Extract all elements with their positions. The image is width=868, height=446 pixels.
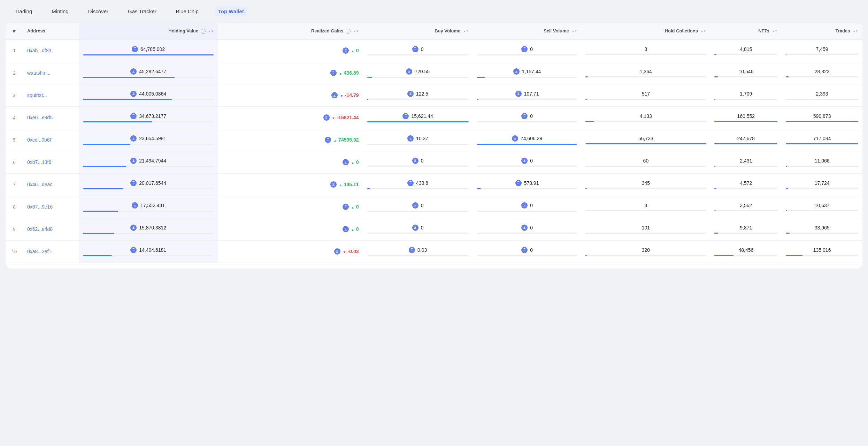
- eth-icon: Ξ: [330, 181, 337, 188]
- cell-hold-collections: 56,733: [581, 129, 710, 151]
- col-sell-volume[interactable]: Sell Volume ▲▼: [473, 23, 582, 39]
- holding-value-bar: [83, 54, 214, 55]
- trades-sort-icon[interactable]: ▲▼: [853, 30, 858, 33]
- nfts-bar-fill: [714, 188, 716, 189]
- cell-sell-volume: Ξ 0: [473, 196, 582, 218]
- hold-collections-bar-fill: [585, 255, 586, 256]
- nfts-amount: 2,431: [740, 158, 752, 164]
- cell-holding-value: Ξ 20,017.6544: [79, 173, 218, 196]
- col-realized-gains[interactable]: Realized Gains i ▲▼: [218, 23, 363, 39]
- eth-icon: Ξ: [521, 225, 528, 231]
- cell-address[interactable]: 0x67...9e16: [23, 196, 79, 218]
- sell-volume-bar-fill: [477, 77, 485, 78]
- eth-icon: Ξ: [402, 113, 409, 119]
- nav-item-minting[interactable]: Minting: [48, 6, 72, 16]
- cell-address[interactable]: watashin...: [23, 62, 79, 84]
- col-trades[interactable]: Trades ▲▼: [782, 23, 862, 39]
- cell-trades: 135,016: [782, 240, 862, 263]
- cell-trades: 717,084: [782, 129, 862, 151]
- table-row: 100xa8...2ef1 Ξ 14,404.6181 Ξ -0.03 Ξ 0.…: [6, 240, 862, 263]
- nav-item-blue-chip[interactable]: Blue Chip: [172, 6, 202, 16]
- cell-address[interactable]: 0xcd...0b6f: [23, 129, 79, 151]
- cell-address[interactable]: 0x46...deac: [23, 173, 79, 196]
- trades-amount: 11,066: [815, 158, 830, 164]
- eth-icon: Ξ: [325, 137, 331, 143]
- eth-icon: Ξ: [330, 70, 337, 76]
- buy-volume-bar: [367, 54, 469, 55]
- address-link[interactable]: 0xb7...13f6: [27, 159, 51, 165]
- holding-value-bar-fill: [83, 211, 118, 212]
- col-hold-collections[interactable]: Hold Colletions ▲▼: [581, 23, 710, 39]
- nav-item-trading[interactable]: Trading: [11, 6, 36, 16]
- cell-holding-value: Ξ 17,552.431: [79, 196, 218, 218]
- trades-bar-fill: [786, 233, 789, 234]
- eth-icon: Ξ: [331, 92, 338, 98]
- address-link[interactable]: 0xa8...2ef1: [27, 249, 51, 254]
- trades-amount: 717,084: [813, 136, 831, 141]
- address-link[interactable]: squirtst...: [27, 92, 47, 98]
- cell-hold-collections: 3: [581, 196, 710, 218]
- sell-volume-bar: [477, 233, 577, 234]
- cell-address[interactable]: 0xa8...2ef1: [23, 240, 79, 263]
- nfts-amount: 3,562: [740, 203, 752, 208]
- sell-volume-amount: 0: [530, 225, 533, 230]
- realized-gains-amount: 0: [356, 204, 359, 210]
- realized-gains-info-icon[interactable]: i: [346, 29, 351, 34]
- sell-volume-sort-icon[interactable]: ▲▼: [571, 30, 577, 33]
- nfts-bar: [714, 166, 777, 167]
- col-holding-value[interactable]: Holding Value i ▲▼: [79, 23, 218, 39]
- buy-volume-bar: [367, 144, 469, 145]
- buy-volume-amount: 0: [421, 203, 424, 208]
- hold-collections-bar: [585, 99, 706, 100]
- address-link[interactable]: 0xcd...0b6f: [27, 137, 51, 143]
- holding-value-bar-fill: [83, 54, 214, 55]
- realized-gains-amount: -0.03: [348, 249, 359, 254]
- arrow-up-icon: [351, 204, 355, 210]
- hold-collections-amount: 3: [644, 46, 647, 52]
- sell-volume-bar: [477, 166, 577, 167]
- hold-collections-bar-fill: [585, 76, 588, 77]
- holding-value-amount: 34,673.2177: [139, 113, 166, 119]
- sell-volume-bar: [477, 121, 577, 122]
- holding-value-info-icon[interactable]: i: [201, 29, 206, 34]
- cell-address[interactable]: squirtst...: [23, 84, 79, 106]
- nfts-sort-icon[interactable]: ▲▼: [772, 30, 777, 33]
- cell-address[interactable]: 0xb7...13f6: [23, 151, 79, 173]
- buy-volume-sort-icon[interactable]: ▲▼: [463, 30, 469, 33]
- cell-address[interactable]: 0x62...e4d8: [23, 218, 79, 240]
- address-link[interactable]: 0x67...9e16: [27, 204, 53, 210]
- nav-item-gas-tracker[interactable]: Gas Tracker: [124, 6, 160, 16]
- cell-nfts: 1,709: [710, 84, 782, 106]
- eth-icon: Ξ: [513, 68, 520, 75]
- cell-address[interactable]: 0xab...df83: [23, 39, 79, 62]
- address-link[interactable]: 0xe0...e9d5: [27, 115, 53, 120]
- table-row: 3squirtst... Ξ 44,005.0864 Ξ -14.79 Ξ 12…: [6, 84, 862, 106]
- cell-hold-collections: 517: [581, 84, 710, 106]
- col-nfts[interactable]: NFTs ▲▼: [710, 23, 782, 39]
- arrow-up-icon: [351, 159, 355, 165]
- address-link[interactable]: watashin...: [27, 70, 51, 76]
- cell-hold-collections: 60: [581, 151, 710, 173]
- eth-icon: Ξ: [130, 135, 137, 142]
- col-buy-volume[interactable]: Buy Volume ▲▼: [363, 23, 473, 39]
- realized-gains-value: Ξ 0: [222, 226, 359, 232]
- realized-gains-sort-icon[interactable]: ▲▼: [353, 30, 359, 33]
- nav-item-top-wallet[interactable]: Top Wallet: [215, 6, 247, 16]
- holding-value-bar: [83, 188, 214, 189]
- address-link[interactable]: 0xab...df83: [27, 48, 51, 53]
- cell-address[interactable]: 0xe0...e9d5: [23, 106, 79, 129]
- wallet-table: # Address Holding Value i ▲▼ Realized Ga…: [6, 23, 862, 263]
- trades-bar: [786, 143, 858, 144]
- holding-value-sort-icon[interactable]: ▲▼: [208, 30, 214, 33]
- eth-icon: Ξ: [343, 47, 349, 54]
- nfts-bar-fill: [714, 255, 733, 256]
- table-row: 90x62...e4d8 Ξ 15,870.3812 Ξ 0 Ξ 0 Ξ: [6, 218, 862, 240]
- table-row: 80x67...9e16 Ξ 17,552.431 Ξ 0 Ξ 0 Ξ: [6, 196, 862, 218]
- realized-gains-value: Ξ 0: [222, 159, 359, 165]
- cell-trades: 33,965: [782, 218, 862, 240]
- hold-collections-sort-icon[interactable]: ▲▼: [701, 30, 706, 33]
- nav-item-discover[interactable]: Discover: [85, 6, 112, 16]
- cell-hold-collections: 3: [581, 39, 710, 62]
- address-link[interactable]: 0x46...deac: [27, 182, 52, 187]
- address-link[interactable]: 0x62...e4d8: [27, 226, 53, 232]
